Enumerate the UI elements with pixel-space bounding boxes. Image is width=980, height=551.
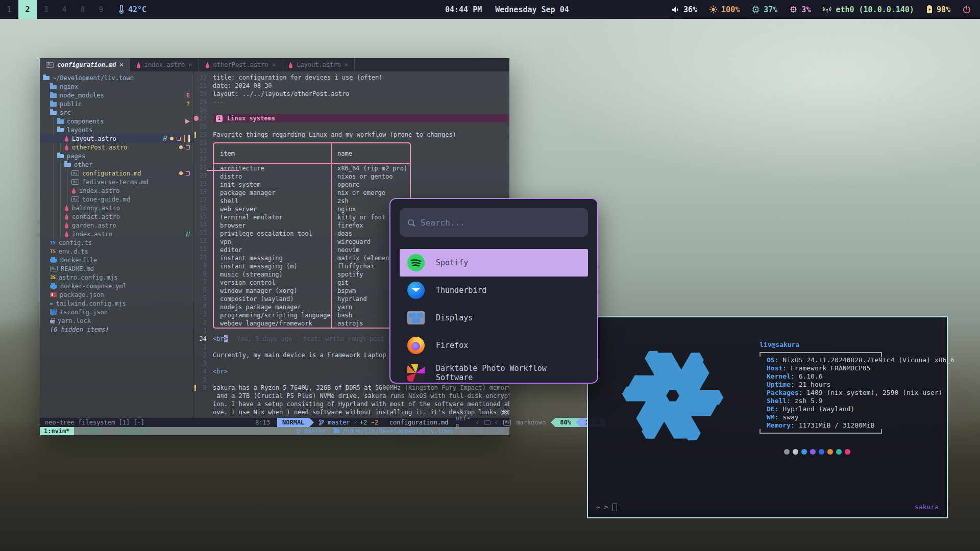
tree-item-docker-compose-yml[interactable]: docker-compose.yml	[40, 282, 193, 290]
tree-item-env-d-ts[interactable]: TSenv.d.ts	[40, 247, 193, 256]
tree-item-index-astro-pages[interactable]: index.astro H	[40, 230, 193, 238]
tree-item-garden-astro[interactable]: garden.astro	[40, 221, 193, 230]
terminal-window[interactable]: liv@sakura OS: NixOS 24.11.20240828.71e9…	[587, 316, 948, 518]
battery-module[interactable]: 98%	[926, 5, 950, 14]
tree-item-astro-config-mjs[interactable]: JSastro.config.mjs	[40, 273, 193, 282]
workspace-4[interactable]: 4	[55, 0, 74, 19]
tmux-window-nvim[interactable]: 1:nvim*	[40, 427, 74, 435]
launcher-item-label: Thunderbird	[436, 286, 486, 295]
launcher-results: Spotify Thunderbird Displays Firefox Dar…	[400, 249, 588, 384]
tree-item-fediverse-terms-md[interactable]: M↓fediverse-terms.md	[40, 178, 193, 186]
memory-module[interactable]: 3%	[790, 5, 811, 14]
brightness-module[interactable]: 100%	[709, 5, 740, 14]
close-icon[interactable]: ×	[188, 61, 192, 69]
h1-icon: 1	[216, 115, 223, 122]
tree-item-public[interactable]: public ?	[40, 99, 193, 108]
launcher-item-label: Darktable Photo Workflow Software	[436, 364, 580, 382]
cpu-module[interactable]: 37%	[752, 5, 777, 14]
tree-item-index-astro[interactable]: index.astro	[40, 186, 193, 195]
network-module[interactable]: eth0 (10.0.0.140)	[823, 5, 914, 14]
workspace-3[interactable]: 3	[37, 0, 55, 19]
tree-item-other[interactable]: other	[40, 160, 193, 169]
launcher-item-displays[interactable]: Displays	[400, 304, 588, 332]
editor-line[interactable]: 28	[193, 106, 509, 114]
tree-item-otherpost-astro[interactable]: otherPost.astro	[40, 143, 193, 152]
close-icon[interactable]: ×	[120, 61, 124, 69]
tree-item-config-ts[interactable]: TSconfig.ts	[40, 238, 193, 247]
untracked-badge: ?	[186, 100, 190, 108]
editor-line[interactable]: 30layout: ../../layouts/otherPost.astro	[193, 90, 509, 98]
tab-layout-astro[interactable]: Layout.astro ×	[282, 58, 355, 71]
tab-otherpost-astro[interactable]: otherPost.astro ×	[199, 58, 283, 71]
editor-wrap-line[interactable]: and a 2TB (Crucial P5 Plus) NVMe drive. …	[193, 392, 509, 400]
speaker-icon	[672, 6, 679, 13]
workspace-2-active[interactable]: 2	[18, 0, 37, 19]
tab-index-astro[interactable]: index.astro ×	[130, 58, 199, 71]
launcher-item-darktable[interactable]: Darktable Photo Workflow Software	[400, 359, 588, 384]
astro-icon	[64, 144, 69, 151]
workspace-9[interactable]: 9	[92, 0, 110, 19]
tree-item-tsconfig-json[interactable]: TStsconfig.json	[40, 308, 193, 316]
folder-icon	[50, 93, 57, 98]
workspace-8[interactable]: 8	[74, 0, 92, 19]
brightness-value: 100%	[721, 5, 740, 14]
tmux-window-lazygit[interactable]: 3:lazygit	[110, 427, 153, 435]
tree-item-yarn-lock[interactable]: yarn.lock	[40, 316, 193, 325]
editor-line[interactable]: 31date: 2024-08-30	[193, 82, 509, 90]
typescript-icon: TS	[50, 239, 56, 247]
tree-item-layouts[interactable]: layouts	[40, 126, 193, 134]
folder-icon	[57, 119, 64, 124]
tree-item-package-json[interactable]: package.json	[40, 290, 193, 299]
editor-line[interactable]: 6sakura has a Ryzen 5 7640U, 32GB of DDR…	[193, 384, 509, 392]
editor-line[interactable]: 26	[193, 122, 509, 131]
volume-module[interactable]: 36%	[672, 5, 697, 14]
workspace-1[interactable]: 1	[0, 0, 18, 19]
diagnostic-square-icon	[177, 137, 181, 141]
tree-root[interactable]: ~/Development/liv.town	[40, 73, 193, 82]
tree-item-contact-astro[interactable]: contact.astro	[40, 212, 193, 221]
launcher-item-thunderbird[interactable]: Thunderbird	[400, 277, 588, 304]
launcher-item-firefox[interactable]: Firefox	[400, 332, 588, 359]
tree-item-components[interactable]: components	[40, 117, 193, 126]
tree-item-tone-guide-md[interactable]: M↓tone-guide.md	[40, 195, 193, 204]
tree-item-configuration-md[interactable]: M↓ configuration.md	[40, 169, 193, 178]
tab-label: configuration.md	[57, 61, 116, 69]
tmux-window-node[interactable]: 2:node-	[74, 427, 110, 435]
status-modules: 36% 100% 37% 3% eth0 (10.0.0.140)	[672, 5, 980, 14]
close-icon[interactable]: ×	[272, 61, 276, 69]
git-diff-counts: +2 ~2	[356, 418, 382, 427]
editor-line[interactable]: 25Favorite things regarding Linux and my…	[193, 131, 509, 139]
editor-line[interactable]: 29---	[193, 98, 509, 106]
tab-configuration-md[interactable]: M↓ configuration.md ×	[40, 58, 130, 71]
tree-item-tailwind-config-mjs[interactable]: ≈tailwind.config.mjs	[40, 299, 193, 308]
tree-item-node-modules[interactable]: node_modules E	[40, 91, 193, 99]
tree-item-nginx[interactable]: nginx	[40, 82, 193, 91]
close-icon[interactable]: ×	[345, 61, 348, 69]
editor-wrap-line[interactable]: ion. I have a setup consisting of Hyprla…	[193, 400, 509, 408]
table-row: compositor (wayland)hyprland	[214, 295, 410, 303]
modified-dot-icon	[170, 137, 174, 140]
editor-line[interactable]: 32title: configuration for devices i use…	[193, 73, 509, 82]
editor-wrap-line[interactable]: ove. I use Nix when I need software with…	[193, 408, 509, 416]
info-line: Memory: 11731MiB / 31280MiB	[767, 421, 882, 430]
markdown-h1-heading: 1 Linux systems	[213, 114, 509, 122]
editor-heading-line[interactable]: 27 1 Linux systems	[193, 114, 509, 122]
info-line: Packages: 1409 (nix-system), 2590 (nix-u…	[767, 389, 882, 397]
astro-icon	[64, 222, 69, 229]
info-line: Uptime: 21 hours	[767, 381, 882, 389]
diagnostic-square-icon	[186, 171, 190, 176]
shell-prompt[interactable]: ~ >	[596, 503, 617, 511]
tree-item-pages[interactable]: pages	[40, 152, 193, 160]
power-module[interactable]	[963, 6, 971, 14]
tree-item-layout-astro[interactable]: Layout.astro H	[40, 134, 193, 143]
markdown-icon: M↓	[46, 62, 54, 68]
tree-item-readme-md[interactable]: M↓README.md	[40, 264, 193, 273]
tree-root-label: ~/Development/liv.town	[53, 74, 134, 82]
launcher-item-spotify[interactable]: Spotify	[400, 249, 588, 277]
launcher-search[interactable]	[400, 208, 588, 237]
search-input[interactable]	[421, 218, 580, 228]
tree-item-dockerfile[interactable]: Dockerfile	[40, 256, 193, 264]
tree-item-src[interactable]: src	[40, 108, 193, 117]
tree-item-balcony-astro[interactable]: balcony.astro	[40, 204, 193, 212]
system-info-box: OS: NixOS 24.11.20240828.71e91c4 (Vicuna…	[760, 352, 882, 434]
